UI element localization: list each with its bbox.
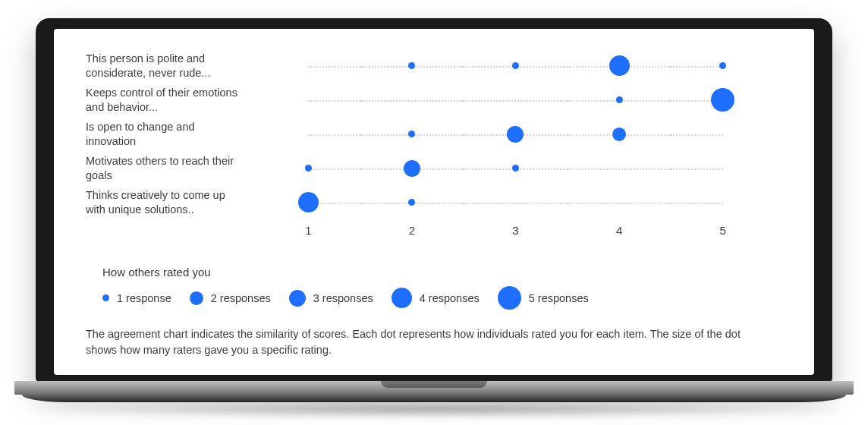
chart-cell xyxy=(568,117,671,151)
chart-dot xyxy=(609,55,630,76)
chart-cell xyxy=(671,117,775,151)
chart-cell xyxy=(360,83,464,117)
chart-dot xyxy=(616,96,623,103)
laptop-mockup: This person is polite and considerate, n… xyxy=(36,18,832,407)
chart-dot xyxy=(512,62,519,69)
chart-dot xyxy=(612,127,626,140)
legend-item: 2 responses xyxy=(190,291,271,304)
chart-cell xyxy=(256,83,360,117)
chart-cell xyxy=(464,151,568,185)
chart-row-label: This person is polite and considerate, n… xyxy=(86,52,256,79)
legend-label: 2 responses xyxy=(211,291,271,304)
x-tick-label: 4 xyxy=(568,223,671,249)
chart-cell xyxy=(568,49,671,83)
x-tick-label: 1 xyxy=(256,223,360,249)
laptop-bezel: This person is polite and considerate, n… xyxy=(36,18,832,382)
chart-cell xyxy=(464,185,568,219)
chart-dot xyxy=(404,159,420,176)
chart-cell xyxy=(464,117,568,151)
legend-label: 4 responses xyxy=(420,291,480,304)
chart-row-label: Motivates others to reach their goals xyxy=(86,154,256,181)
chart-cell xyxy=(256,49,360,83)
chart-cell xyxy=(360,185,464,219)
x-tick-label: 5 xyxy=(671,223,775,249)
chart-cell xyxy=(360,151,464,185)
legend-label: 3 responses xyxy=(313,291,373,304)
legend-label: 5 responses xyxy=(529,291,589,304)
legend-dot xyxy=(392,288,412,308)
chart-dot xyxy=(512,165,519,172)
legend-item: 1 response xyxy=(102,291,171,304)
chart-cell xyxy=(671,49,775,83)
chart-dot xyxy=(298,192,319,212)
x-tick-label: 2 xyxy=(360,223,464,249)
chart-cell xyxy=(464,83,568,117)
chart-row-label: Keeps control of their emotions and beha… xyxy=(86,86,256,113)
x-tick-label: 3 xyxy=(464,223,568,249)
chart-cell xyxy=(464,49,568,83)
chart-dot xyxy=(408,131,415,137)
chart-dot xyxy=(408,199,415,206)
chart-cell xyxy=(256,185,360,219)
legend-item: 4 responses xyxy=(392,288,480,308)
chart-cell xyxy=(360,49,464,83)
legend-item: 5 responses xyxy=(498,286,589,310)
laptop-base xyxy=(36,381,832,407)
axis-spacer xyxy=(86,223,256,249)
legend-label: 1 response xyxy=(117,291,171,304)
chart-cell xyxy=(671,151,775,185)
chart-row-label: Is open to change and innovation xyxy=(86,120,256,147)
chart-cell xyxy=(671,83,775,117)
screen-content: This person is polite and considerate, n… xyxy=(54,29,814,375)
legend-title: How others rated you xyxy=(102,266,775,279)
chart-cell xyxy=(568,151,671,185)
legend-dot xyxy=(289,289,306,306)
chart-row-label: Thinks creatively to come up with unique… xyxy=(86,188,256,216)
chart-cell xyxy=(256,117,360,151)
chart-cell xyxy=(360,117,464,151)
chart-cell xyxy=(671,185,775,219)
chart-dot xyxy=(305,165,312,172)
chart-dot xyxy=(408,62,415,69)
chart-cell xyxy=(568,185,671,219)
chart-dot xyxy=(711,88,734,112)
legend-dot xyxy=(190,291,203,304)
chart-description: The agreement chart indicates the simila… xyxy=(86,326,753,358)
legend-item: 3 responses xyxy=(289,289,373,306)
chart-cell xyxy=(568,83,671,117)
legend: 1 response2 responses3 responses4 respon… xyxy=(102,286,775,310)
chart-cell xyxy=(256,151,360,185)
chart-dot xyxy=(507,125,524,142)
legend-dot xyxy=(498,286,521,310)
legend-dot xyxy=(102,294,109,301)
agreement-chart: This person is polite and considerate, n… xyxy=(86,49,775,253)
chart-dot xyxy=(719,62,726,69)
